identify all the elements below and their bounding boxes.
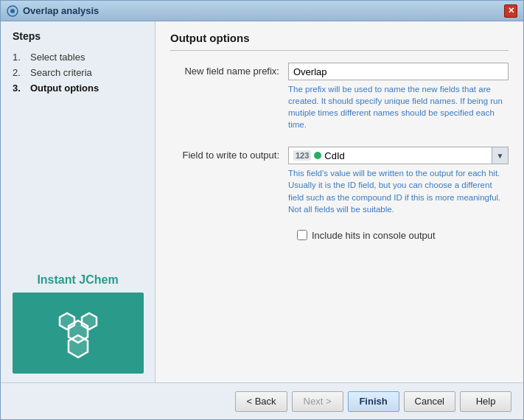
form-spacer: [170, 135, 509, 147]
main-content: Steps 1. Select tables 2. Search criteri…: [1, 21, 523, 382]
prefix-row: New field name prefix: The prefix will b…: [170, 63, 509, 130]
content-title: Output options: [170, 32, 509, 51]
sidebar-title: Steps: [13, 30, 143, 42]
console-output-checkbox[interactable]: [297, 230, 307, 240]
sidebar: Steps 1. Select tables 2. Search criteri…: [1, 21, 156, 382]
content-panel: Output options New field name prefix: Th…: [156, 21, 523, 382]
select-arrow-icon[interactable]: ▼: [492, 147, 508, 164]
finish-button[interactable]: Finish: [348, 391, 399, 412]
field-control: 123 CdId ▼ This field's value will be wr…: [288, 147, 509, 214]
step-2-label: Search criteria: [30, 67, 92, 78]
form-area: New field name prefix: The prefix will b…: [170, 63, 509, 372]
brand-label: Instant JChem: [37, 273, 118, 287]
close-button[interactable]: ✕: [504, 4, 517, 18]
cdid-dot: [314, 152, 321, 159]
svg-marker-5: [69, 335, 88, 357]
back-button[interactable]: < Back: [235, 391, 287, 412]
brand-box: [13, 293, 144, 374]
sidebar-step-2: 2. Search criteria: [13, 65, 143, 80]
step-1-number: 1.: [13, 52, 27, 63]
step-2-number: 2.: [13, 67, 27, 78]
next-button[interactable]: Next >: [292, 391, 343, 412]
sidebar-bottom: Instant JChem: [13, 273, 143, 374]
field-badge: 123: [293, 150, 311, 161]
field-select[interactable]: 123 CdId ▼: [288, 147, 509, 164]
prefix-hint: The prefix will be used to name the new …: [288, 83, 509, 130]
sidebar-steps: 1. Select tables 2. Search criteria 3. O…: [13, 49, 143, 96]
sidebar-step-1: 1. Select tables: [13, 49, 143, 65]
field-row: Field to write to output: 123 CdId ▼ Thi…: [170, 147, 509, 214]
prefix-control: The prefix will be used to name the new …: [288, 63, 509, 130]
step-3-label: Output options: [30, 83, 99, 94]
step-3-number: 3.: [13, 83, 27, 94]
svg-point-1: [10, 9, 15, 13]
sidebar-step-3: 3. Output options: [13, 80, 143, 96]
prefix-input[interactable]: [288, 63, 509, 80]
title-bar: Overlap analysis ✕: [1, 1, 523, 21]
checkbox-row: Include hits in console output: [297, 230, 509, 241]
hexagon-icon: [52, 307, 104, 359]
window: Overlap analysis ✕ Steps 1. Select table…: [0, 0, 524, 420]
title-bar-left: Overlap analysis: [7, 5, 99, 17]
prefix-label: New field name prefix:: [170, 63, 288, 77]
cancel-button[interactable]: Cancel: [404, 391, 455, 412]
field-value: CdId: [324, 150, 344, 161]
field-label: Field to write to output:: [170, 147, 288, 161]
checkbox-label: Include hits in console output: [312, 230, 436, 241]
field-hint: This field's value will be written to th…: [288, 167, 509, 214]
window-title: Overlap analysis: [23, 5, 99, 16]
footer: < Back Next > Finish Cancel Help: [1, 382, 523, 419]
help-button[interactable]: Help: [460, 391, 511, 412]
svg-marker-4: [82, 313, 97, 329]
app-icon: [7, 5, 18, 17]
step-1-label: Select tables: [30, 52, 85, 63]
svg-marker-3: [60, 313, 74, 329]
